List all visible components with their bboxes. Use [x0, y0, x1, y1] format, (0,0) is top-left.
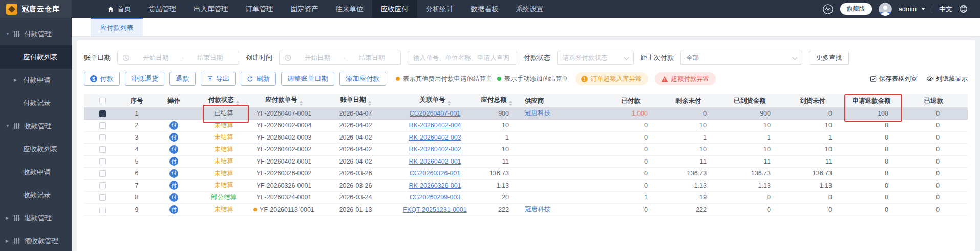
add-payable-button[interactable]: 添加应付款 [339, 72, 386, 86]
create-time-range-input[interactable]: 开始日期 - 结束日期 [279, 51, 401, 65]
related-no-link[interactable]: RK-20260402-002 [409, 146, 461, 153]
arrival-unpaid-cell: 0 [782, 192, 843, 204]
user-menu-caret-icon[interactable] [921, 8, 925, 10]
nav-item-dashboard[interactable]: 数据看板 [462, 0, 507, 18]
sort-icon[interactable] [448, 101, 451, 106]
globe-icon[interactable] [959, 5, 968, 13]
username[interactable]: admin [899, 5, 917, 13]
adjust-bill-date-button[interactable]: 调整账单日期 [281, 72, 334, 86]
nav-item-home[interactable]: 首页 [98, 0, 140, 18]
refund-request-cell: 0 [843, 203, 900, 216]
refresh-button[interactable]: 刷新 [241, 72, 276, 86]
action-label: 保存表格列宽 [879, 75, 918, 83]
more-search-button[interactable]: 更多查找 [809, 51, 849, 65]
refund-request-cell: 0 [843, 144, 900, 156]
related-no-link[interactable]: CG20260407-001 [410, 110, 460, 117]
badge-text: 超额付款异常 [671, 75, 710, 83]
pay-row-button[interactable]: 付 [169, 121, 178, 130]
nav-item-goods[interactable]: 货品管理 [140, 0, 185, 18]
sidebar-item-receipt-apply[interactable]: 收款申请 [0, 161, 72, 184]
column-label: 已到货金额 [734, 97, 766, 104]
payable-no-cell: YF-20260402-0004 [252, 120, 316, 132]
sidebar-item-receipt-mgmt[interactable]: ▼收款管理 [0, 115, 72, 138]
sort-icon[interactable] [300, 101, 303, 106]
offset-return-button[interactable]: 冲抵退货 [125, 72, 164, 86]
sidebar-item-advance-receipt-mgmt[interactable]: ▶预收款管理 [0, 230, 72, 251]
pay-row-button[interactable]: 付 [169, 133, 178, 142]
nav-item-analytics[interactable]: 分析统计 [417, 0, 462, 18]
remaining-unpaid-cell: 19 [659, 192, 718, 204]
payable-no-text: YF-20260402-0001 [257, 158, 312, 165]
related-no-cell: RK-20260402-003 [395, 131, 475, 144]
related-no-cell: CG20260326-001 [395, 168, 475, 180]
sidebar-item-receivable-list[interactable]: 应收款列表 [0, 138, 72, 161]
refunded-cell: 0 [900, 168, 968, 180]
related-no-link[interactable]: RK-20260402-003 [409, 134, 461, 141]
avatar[interactable] [879, 3, 892, 16]
sidebar-item-receipt-records[interactable]: 收款记录 [0, 184, 72, 207]
row-checkbox[interactable] [99, 182, 106, 189]
nav-item-fixed-assets[interactable]: 固定资产 [282, 0, 327, 18]
row-checkbox[interactable] [99, 134, 106, 141]
related-no-link[interactable]: RK-20260326-001 [409, 182, 461, 189]
sidebar-item-payment-records[interactable]: 付款记录 [0, 92, 72, 115]
supplier-link[interactable]: 冠唐科技 [525, 109, 550, 117]
row-checkbox[interactable] [99, 110, 106, 117]
column-label: 申请退款金额 [853, 97, 891, 104]
row-checkbox[interactable] [99, 207, 106, 213]
related-no-link[interactable]: FKQT-20251231-0001 [403, 206, 466, 213]
legend-text: 表示其他费用付款申请的结算单 [403, 75, 493, 83]
payment-status-cell: 未结算 [196, 155, 252, 168]
supplier-link[interactable]: 冠唐科技 [525, 206, 550, 213]
refund-button[interactable]: 退款 [169, 72, 196, 86]
search-input[interactable]: 输入单号、单位名称、申请人查询 [408, 51, 517, 65]
last-payment-select[interactable]: 全部 [680, 51, 802, 65]
row-checkbox[interactable] [99, 122, 106, 129]
column-visibility-button[interactable]: 列隐藏显示 [926, 75, 968, 83]
nav-item-receivable-payable[interactable]: 应收应付 [372, 0, 417, 18]
nav-item-orders[interactable]: 订单管理 [237, 0, 282, 18]
payment-status-text: 未结算 [214, 170, 233, 177]
payment-status-cell: 已结算 [196, 107, 252, 120]
refund-request-cell: 0 [843, 120, 900, 132]
pay-button[interactable]: $付款 [84, 72, 120, 86]
nav-item-settings[interactable]: 系统设置 [507, 0, 552, 18]
bill-date-range-input[interactable]: 开始日期 - 结束日期 [117, 51, 239, 65]
row-checkbox[interactable] [99, 158, 106, 165]
related-no-link[interactable]: CG20260326-001 [410, 170, 460, 177]
nav-item-label: 分析统计 [426, 5, 454, 14]
pay-row-button[interactable]: 付 [169, 205, 178, 214]
pay-row-button[interactable]: 付 [169, 193, 178, 202]
arrived-amount-cell: 900 [718, 107, 782, 120]
related-no-link[interactable]: RK-20260402-004 [409, 122, 461, 129]
sort-icon[interactable] [236, 101, 239, 106]
row-checkbox[interactable] [99, 146, 106, 153]
activity-icon[interactable] [822, 4, 834, 15]
refund-request-cell: 0 [843, 131, 900, 144]
language-switch[interactable]: 中文 [939, 5, 952, 14]
row-checkbox[interactable] [99, 194, 106, 201]
sidebar-item-payable-list[interactable]: 应付款列表 [0, 45, 72, 69]
related-no-link[interactable]: CG20260209-003 [410, 194, 460, 201]
sidebar-item-payment-mgmt[interactable]: ▼付款管理 [0, 22, 72, 45]
select-all-checkbox[interactable] [99, 98, 106, 104]
sidebar-item-payment-apply[interactable]: ▶付款申请 [0, 69, 72, 92]
pay-row-button[interactable]: 付 [169, 169, 178, 178]
pay-row-button[interactable]: 付 [169, 157, 178, 166]
sidebar-item-refund-mgmt[interactable]: ▶退款管理 [0, 207, 72, 230]
save-column-width-button[interactable]: 保存表格列宽 [870, 75, 918, 83]
sort-icon[interactable] [368, 101, 371, 106]
row-checkbox[interactable] [99, 170, 106, 177]
payment-status-select[interactable]: 请选择付款状态 [557, 51, 634, 65]
nav-item-partners[interactable]: 往来单位 [327, 0, 372, 18]
paid-amount-cell: 0 [603, 179, 659, 192]
pay-row-button[interactable]: 付 [169, 145, 178, 154]
related-no-link[interactable]: RK-20260402-001 [409, 158, 461, 165]
button-label: 导出 [216, 74, 230, 83]
nav-item-in-out-warehouse[interactable]: 出入库管理 [185, 0, 237, 18]
pay-row-button[interactable]: 付 [169, 181, 178, 190]
export-button[interactable]: 导出 [201, 72, 236, 86]
sort-icon[interactable] [509, 101, 512, 106]
tab-payable-list[interactable]: 应付款列表 [91, 18, 143, 36]
chevron-down-icon [624, 55, 629, 60]
